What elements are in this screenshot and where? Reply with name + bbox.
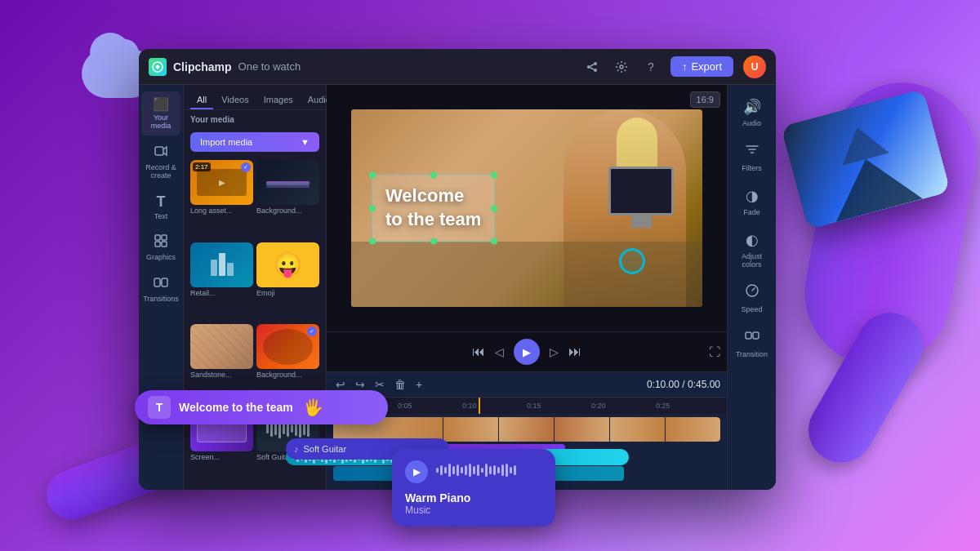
delete-button[interactable]: 🗑 — [392, 375, 408, 393]
ruler-mark-5: 0:05 — [398, 402, 462, 410]
label-sandstone: Sandstone... — [190, 369, 253, 380]
title-bar: Clipchamp One to watch ? ↑Export U — [139, 49, 776, 85]
tab-images[interactable]: Images — [257, 91, 300, 109]
time-separator: / — [682, 379, 688, 390]
time-current: 0:10.00 — [647, 379, 679, 390]
text-icon: T — [157, 193, 166, 211]
sidebar-label-text: Text — [154, 213, 168, 221]
settings-icon[interactable] — [612, 57, 631, 77]
adjust-colors-tool-label: Adjust colors — [734, 252, 770, 269]
transition-tool-label: Transition — [736, 350, 768, 358]
text-track-pill[interactable]: T Welcome to the team 🖐 — [135, 390, 388, 424]
sidebar-item-transitions[interactable]: Transitions — [141, 270, 180, 309]
label-screen: Screen... — [190, 451, 253, 463]
right-panel: 🔊 Audio Filters ◑ Fade ◐ Adjust colors — [727, 85, 776, 490]
text-track-pill-icon: T — [148, 396, 171, 419]
skip-forward-button[interactable]: ⏭ — [568, 344, 581, 359]
sidebar-label-graphics: Graphics — [146, 254, 176, 262]
video-frame: Welcome to the team — [351, 109, 702, 307]
fade-tool-icon: ◑ — [746, 187, 759, 205]
label-long-asset: Long asset... — [190, 205, 253, 216]
tool-filters[interactable]: Filters — [731, 136, 773, 179]
svg-rect-12 — [154, 278, 160, 287]
user-avatar[interactable]: U — [743, 56, 766, 78]
svg-rect-13 — [162, 278, 167, 287]
sidebar-item-your-media[interactable]: ⬛ Your media — [141, 91, 180, 136]
audio-tool-label: Audio — [742, 119, 761, 127]
text-track-label: Welcome to the team — [179, 401, 293, 414]
speed-tool-label: Speed — [741, 305, 762, 313]
label-retail: Retail... — [190, 287, 253, 299]
overlay-line2: to the team — [385, 209, 481, 229]
svg-line-4 — [590, 64, 594, 66]
ruler-mark-25: 0:25 — [656, 402, 720, 410]
tool-adjust-colors[interactable]: ◐ Adjust colors — [731, 224, 773, 275]
step-forward-button[interactable]: ▷ — [550, 345, 559, 358]
tool-transition[interactable]: Transition — [731, 322, 773, 365]
skip-back-button[interactable]: ⏮ — [472, 344, 485, 359]
sidebar-item-text[interactable]: T Text — [141, 189, 180, 226]
step-back-button[interactable]: ◁ — [495, 345, 504, 358]
video-preview: 16:9 — [327, 85, 727, 331]
thumb-background1 — [256, 160, 319, 205]
playback-controls: ⏮ ◁ ▶ ▷ ⏭ ⛶ — [327, 331, 727, 371]
media-item-background1[interactable]: Background... — [256, 160, 319, 239]
your-media-label: Your media — [184, 110, 326, 129]
tool-audio[interactable]: 🔊 Audio — [731, 91, 773, 134]
fade-tool-label: Fade — [743, 208, 760, 216]
svg-rect-14 — [746, 332, 751, 339]
share-icon[interactable] — [582, 57, 602, 77]
playhead[interactable] — [479, 398, 480, 414]
export-button[interactable]: ↑Export — [670, 56, 733, 77]
svg-rect-15 — [753, 332, 759, 339]
sidebar-label-transitions: Transitions — [143, 295, 179, 304]
tab-videos[interactable]: Videos — [215, 91, 255, 109]
project-name: One to watch — [238, 60, 301, 73]
app-logo-icon — [149, 58, 167, 76]
media-panel: All Videos Images Audio Your media Impor… — [184, 85, 327, 490]
fullscreen-button[interactable]: ⛶ — [709, 345, 720, 358]
svg-rect-8 — [155, 235, 160, 240]
thumb-emoji: 😛 — [256, 242, 319, 287]
play-button[interactable]: ▶ — [514, 339, 540, 365]
main-area: 16:9 — [327, 85, 727, 490]
add-button[interactable]: + — [413, 375, 425, 393]
label-emoji: Emoji — [256, 287, 319, 299]
tool-fade[interactable]: ◑ Fade — [731, 180, 773, 223]
media-item-long-asset[interactable]: ▶ 2:17 ✓ Long asset... — [190, 160, 253, 239]
tool-speed[interactable]: Speed — [731, 277, 773, 320]
thumb-sandstone — [190, 324, 253, 369]
record-icon — [154, 144, 168, 162]
import-media-button[interactable]: Import media ▼ — [190, 132, 319, 152]
thumb-retail — [190, 242, 253, 287]
media-item-emoji[interactable]: 😛 Emoji — [256, 242, 319, 322]
transition-tool-icon — [745, 328, 760, 347]
warm-piano-title: Warm Piano — [405, 491, 542, 504]
help-icon[interactable]: ? — [641, 57, 661, 77]
import-button-label: Import media — [200, 137, 252, 147]
audio-tool-icon: 🔊 — [743, 98, 761, 116]
check-background2: ✓ — [307, 327, 317, 336]
warm-piano-waveform — [436, 464, 516, 477]
sidebar-item-graphics[interactable]: Graphics — [141, 229, 180, 267]
svg-point-6 — [620, 65, 623, 69]
media-item-retail[interactable]: Retail... — [190, 242, 253, 322]
time-display: 0:10.00 / 0:45.00 — [647, 379, 720, 390]
title-bar-icons: ? ↑Export U — [582, 56, 766, 78]
label-background2: Background... — [256, 369, 319, 380]
svg-point-2 — [587, 65, 590, 69]
svg-rect-7 — [155, 147, 163, 155]
filters-tool-icon — [745, 142, 760, 161]
video-overlay-text-line1: Welcome to the team — [385, 184, 481, 231]
sidebar-item-record[interactable]: Record & create — [141, 139, 180, 185]
svg-point-3 — [594, 69, 597, 72]
aspect-ratio-badge[interactable]: 16:9 — [690, 91, 720, 108]
warm-piano-subtitle: Music — [405, 504, 542, 516]
ruler-marks: 0:00 0:05 0:10 0:15 0:20 0:25 — [333, 402, 720, 410]
overlay-line1: Welcome — [385, 185, 464, 206]
graphics-icon — [154, 233, 168, 251]
tab-all[interactable]: All — [190, 91, 213, 109]
time-total: 0:45.00 — [688, 379, 720, 390]
ruler-mark-20: 0:20 — [591, 402, 656, 410]
warm-piano-play-button[interactable]: ▶ — [405, 460, 428, 483]
